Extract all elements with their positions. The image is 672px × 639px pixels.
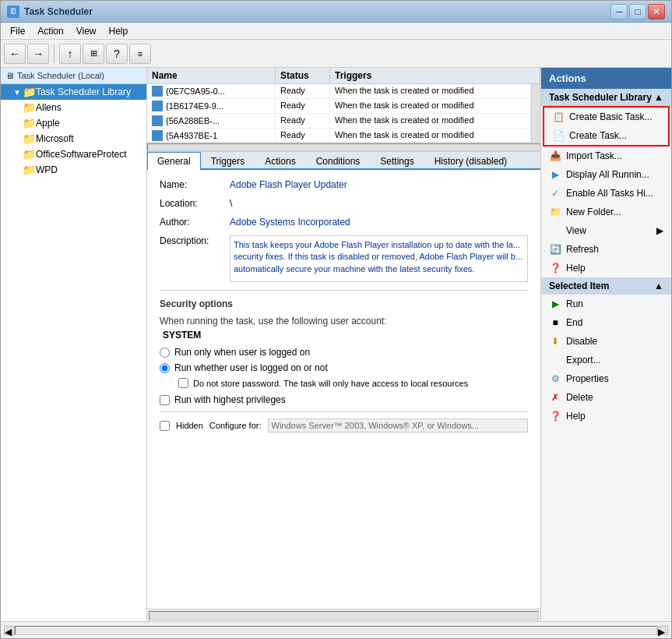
- col-name: Name: [147, 68, 276, 83]
- actions-section-library[interactable]: Task Scheduler Library ▲: [541, 89, 671, 106]
- tab-actions[interactable]: Actions: [255, 152, 305, 170]
- new-folder-icon: 📁: [549, 206, 561, 218]
- menu-help[interactable]: Help: [103, 24, 135, 38]
- bottom-horizontal-scrollbar[interactable]: [149, 611, 539, 620]
- folder-icon: 📁: [23, 101, 36, 114]
- location-row: Location: \: [160, 198, 528, 209]
- task-list-header: Name Status Triggers: [147, 68, 540, 84]
- configure-label: Configure for:: [209, 421, 262, 430]
- radio-group: Run only when user is logged on Run whet…: [160, 347, 528, 388]
- tree-library[interactable]: ▼ 📁 Task Scheduler Library: [1, 84, 146, 100]
- radio-label-2: Run whether user is logged on or not: [174, 362, 328, 373]
- forward-button[interactable]: →: [27, 44, 49, 64]
- back-button[interactable]: ←: [4, 44, 26, 64]
- actions-section-selected[interactable]: Selected Item ▲: [541, 277, 671, 295]
- close-button[interactable]: ✕: [648, 4, 665, 19]
- action-export[interactable]: Export...: [541, 351, 671, 369]
- toolbar: ← → ↑ ⊞ ? ≡: [1, 40, 671, 68]
- task-status-cell: Ready: [276, 129, 330, 142]
- task-status-cell: Ready: [276, 84, 330, 98]
- no-store-password-checkbox[interactable]: [178, 378, 188, 388]
- tree-item-microsoft[interactable]: 📁 Microsoft: [1, 131, 146, 147]
- horizontal-scrollbar[interactable]: [147, 143, 540, 151]
- tab-settings[interactable]: Settings: [370, 152, 424, 170]
- tree-item-officesoftwareprotect[interactable]: 📁 OfficeSoftwareProtect: [1, 147, 146, 162]
- action-end[interactable]: ■ End: [541, 313, 671, 332]
- bottom-scroll-area: [147, 609, 540, 621]
- action-help-item[interactable]: ❓ Help: [541, 407, 671, 425]
- toolbar-separator: [54, 44, 55, 63]
- tree-item-allens[interactable]: 📁 Allens: [1, 100, 146, 115]
- tab-history[interactable]: History (disabled): [424, 152, 517, 170]
- task-trigger-cell: When the task is created or modified: [330, 114, 531, 128]
- action-create-task[interactable]: 📄 Create Task...: [544, 126, 668, 145]
- collapse-selected-icon: ▲: [654, 281, 663, 291]
- tab-triggers[interactable]: Triggers: [201, 152, 255, 170]
- main-content: 🖥 Task Scheduler (Local) ▼ 📁 Task Schedu…: [1, 68, 671, 621]
- table-row[interactable]: {0E7C9A95-0... Ready When the task is cr…: [147, 84, 531, 99]
- no-store-password-row: Do not store password. The task will onl…: [160, 378, 528, 388]
- display-all-icon: ▶: [549, 168, 561, 181]
- properties-icon: ⚙: [549, 372, 561, 385]
- account-value: SYSTEM: [160, 330, 528, 341]
- scroll-right-btn[interactable]: ▶: [657, 626, 668, 635]
- name-value: Adobe Flash Player Updater: [230, 179, 528, 190]
- collapse-icon: ▲: [654, 92, 663, 103]
- action-view[interactable]: View ▶: [541, 221, 671, 240]
- table-row[interactable]: {56A288EB-... Ready When the task is cre…: [147, 114, 531, 129]
- name-label: Name:: [160, 179, 230, 190]
- no-store-password-label: Do not store password. The task will onl…: [193, 379, 468, 388]
- description-value: This task keeps your Adobe Flash Player …: [230, 235, 528, 282]
- action-help-library[interactable]: ❓ Help: [541, 259, 671, 277]
- menu-view[interactable]: View: [70, 24, 103, 38]
- action-new-folder[interactable]: 📁 New Folder...: [541, 203, 671, 221]
- action-display-all[interactable]: ▶ Display All Runnin...: [541, 165, 671, 184]
- menu-button[interactable]: ≡: [129, 44, 151, 64]
- radio-logged-on[interactable]: [160, 348, 170, 358]
- radio-whether-logged-on[interactable]: [160, 363, 170, 373]
- actions-panel: Actions Task Scheduler Library ▲ 📋 Creat…: [540, 68, 671, 621]
- menu-file[interactable]: File: [4, 24, 31, 38]
- detail-content: Name: Adobe Flash Player Updater Locatio…: [147, 170, 540, 609]
- action-enable-all[interactable]: ✓ Enable All Tasks Hi...: [541, 184, 671, 203]
- tab-conditions[interactable]: Conditions: [306, 152, 371, 170]
- action-create-basic-task[interactable]: 📋 Create Basic Task...: [544, 108, 668, 126]
- window-controls: ─ □ ✕: [610, 4, 665, 19]
- create-basic-task-icon: 📋: [552, 111, 565, 123]
- tree-item-wpd[interactable]: 📁 WPD: [1, 162, 146, 178]
- help-item-icon: ❓: [549, 410, 561, 422]
- task-name-cell: {0E7C9A95-0...: [147, 84, 276, 98]
- description-row: Description: This task keeps your Adobe …: [160, 235, 528, 282]
- up-button[interactable]: ↑: [59, 44, 81, 64]
- help-button[interactable]: ?: [106, 44, 128, 64]
- create-task-icon: 📄: [552, 129, 565, 142]
- action-refresh[interactable]: 🔄 Refresh: [541, 240, 671, 259]
- hidden-checkbox[interactable]: [160, 421, 170, 431]
- tree-item-apple[interactable]: 📁 Apple: [1, 115, 146, 131]
- vertical-scrollbar[interactable]: [531, 84, 540, 142]
- action-import-task[interactable]: 📥 Import Task...: [541, 147, 671, 165]
- action-disable[interactable]: ⬇ Disable: [541, 332, 671, 351]
- description-label: Description:: [160, 235, 230, 246]
- horizontal-scrollbar-bottom[interactable]: [15, 626, 657, 635]
- highest-privileges-checkbox[interactable]: [160, 395, 170, 405]
- center-panel: Name Status Triggers {0E7C9A95-0... Read…: [147, 68, 540, 621]
- scroll-left-btn[interactable]: ◀: [4, 626, 15, 635]
- maximize-button[interactable]: □: [629, 4, 646, 19]
- table-row[interactable]: {1B6174E9-9... Ready When the task is cr…: [147, 99, 531, 114]
- col-status: Status: [276, 68, 330, 83]
- computer-icon: 🖥: [5, 71, 14, 80]
- action-properties[interactable]: ⚙ Properties: [541, 369, 671, 388]
- table-row[interactable]: {5A4937BE-1 Ready When the task is creat…: [147, 129, 531, 142]
- action-run[interactable]: ▶ Run: [541, 295, 671, 313]
- name-row: Name: Adobe Flash Player Updater: [160, 179, 528, 190]
- tree-root[interactable]: 🖥 Task Scheduler (Local): [1, 68, 146, 84]
- author-label: Author:: [160, 217, 230, 228]
- location-value: \: [230, 198, 528, 209]
- action-delete[interactable]: ✗ Delete: [541, 388, 671, 407]
- menu-action[interactable]: Action: [31, 24, 69, 38]
- minimize-button[interactable]: ─: [610, 4, 628, 19]
- tab-general[interactable]: General: [147, 152, 201, 170]
- task-icon: [152, 130, 163, 141]
- console-button[interactable]: ⊞: [83, 44, 104, 64]
